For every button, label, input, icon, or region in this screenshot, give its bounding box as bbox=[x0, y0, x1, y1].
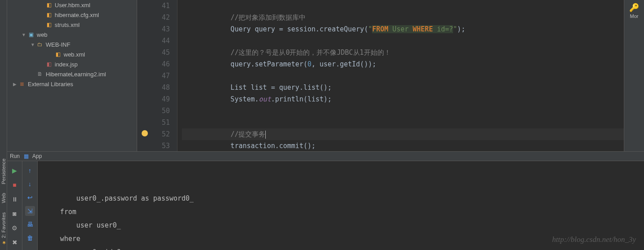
code-line[interactable]: query.setParameter(0, user.getId()); bbox=[182, 58, 624, 70]
console-line: where bbox=[44, 232, 638, 246]
line-number: 43 bbox=[137, 23, 170, 35]
tree-item[interactable]: ◧web.xml bbox=[7, 49, 137, 59]
run-panel: ▶ ■ ⏸ ◙ ⚙ ✖ ↑ ↓ ↩ ⇲ 🖶 🗑 user0_.password … bbox=[7, 161, 644, 250]
code-line[interactable]: //提交事务 bbox=[182, 128, 624, 140]
file-icon: ≣ bbox=[18, 80, 26, 88]
project-tree-panel: ◧User.hbm.xml◧hibernate.cfg.xml◧struts.x… bbox=[7, 0, 137, 151]
watermark-text: http://blog.csdn.net/hon_3y bbox=[552, 233, 636, 246]
tree-item-label: External Libraries bbox=[28, 81, 73, 88]
line-number: 48 bbox=[137, 82, 170, 93]
console-line: user0_.id=? bbox=[44, 246, 638, 250]
code-line[interactable]: //这里的？号是从0开始的，并不像JDBC从1开始的！ bbox=[182, 47, 624, 58]
file-icon: ▣ bbox=[27, 31, 35, 38]
tree-item-label: web.xml bbox=[64, 51, 85, 58]
file-icon: ◧ bbox=[45, 61, 53, 68]
star-icon: ★ bbox=[0, 240, 6, 246]
tree-item-label: HibernateLearning2.iml bbox=[46, 71, 106, 78]
right-strip-label: Mor bbox=[624, 13, 644, 19]
line-number: 42 bbox=[137, 12, 170, 23]
run-button[interactable]: ▶ bbox=[10, 166, 20, 175]
code-line[interactable]: //把对象添加到数据库中 bbox=[182, 12, 624, 23]
code-line[interactable] bbox=[182, 105, 624, 117]
pin-button[interactable]: ✖ bbox=[10, 237, 20, 247]
tree-arrow-icon[interactable] bbox=[30, 42, 36, 47]
run-config-icon: ▦ bbox=[22, 153, 30, 160]
editor-gutter: 41424344454647484950515253 bbox=[137, 0, 177, 151]
tree-arrow-icon[interactable] bbox=[12, 82, 18, 87]
web-tool-button[interactable]: Web bbox=[1, 193, 6, 203]
tree-item[interactable]: 🗀WEB-INF bbox=[7, 39, 137, 49]
project-tree[interactable]: ◧User.hbm.xml◧hibernate.cfg.xml◧struts.x… bbox=[7, 0, 137, 89]
code-line[interactable]: System.out.println(list); bbox=[182, 93, 624, 105]
tree-item-label: struts.xml bbox=[55, 22, 80, 28]
code-line[interactable]: List list = query.list(); bbox=[182, 82, 624, 93]
tree-item-label: index.jsp bbox=[55, 61, 78, 68]
console-line: from bbox=[44, 205, 638, 219]
line-number: 47 bbox=[137, 70, 170, 82]
file-icon: 🗎 bbox=[36, 70, 44, 78]
tree-item[interactable]: ◧struts.xml bbox=[7, 20, 137, 30]
key-icon[interactable]: 🔑 bbox=[624, 3, 644, 13]
code-line[interactable] bbox=[182, 117, 624, 128]
tree-item-label: WEB-INF bbox=[46, 41, 70, 48]
tree-item[interactable]: ▣web bbox=[7, 30, 137, 39]
run-nav-column: ↑ ↓ ↩ ⇲ 🖶 🗑 bbox=[22, 161, 38, 250]
code-line[interactable]: Query query = session.createQuery("FROM … bbox=[182, 23, 624, 35]
tree-item[interactable]: ◧hibernate.cfg.xml bbox=[7, 10, 137, 20]
code-line[interactable] bbox=[182, 35, 624, 47]
line-number: 44 bbox=[137, 35, 170, 47]
tree-item[interactable]: ◧index.jsp bbox=[7, 59, 137, 69]
line-number: 53 bbox=[137, 140, 170, 152]
line-number: 51 bbox=[137, 117, 170, 128]
file-icon: ◧ bbox=[45, 11, 53, 18]
file-icon: ◧ bbox=[45, 21, 53, 28]
tree-arrow-icon[interactable] bbox=[21, 32, 27, 37]
console-line: user0_.password as password0_ bbox=[44, 192, 638, 205]
right-tool-strip: 🔑 Mor bbox=[624, 0, 644, 151]
scroll-to-end-button[interactable]: ⇲ bbox=[25, 206, 35, 216]
console-line: user user0_ bbox=[44, 219, 638, 232]
code-line[interactable] bbox=[182, 70, 624, 82]
run-tabbar: Run ▦ App bbox=[7, 151, 644, 161]
line-number: 45 bbox=[137, 47, 170, 58]
file-icon: ◧ bbox=[54, 51, 62, 58]
run-controls-column: ▶ ■ ⏸ ◙ ⚙ ✖ bbox=[7, 161, 22, 250]
code-editor: 41424344454647484950515253 //把对象添加到数据库中 … bbox=[137, 0, 624, 151]
softwrap-button[interactable]: ↩ bbox=[25, 193, 35, 202]
tree-item-label: hibernate.cfg.xml bbox=[55, 12, 99, 18]
scroll-up-button[interactable]: ↑ bbox=[25, 166, 35, 175]
camera-button[interactable]: ◙ bbox=[10, 209, 20, 219]
intention-bulb-icon[interactable] bbox=[142, 130, 148, 136]
line-number: 41 bbox=[137, 0, 170, 12]
tree-item-label: web bbox=[37, 31, 48, 38]
stop-button[interactable]: ■ bbox=[10, 180, 20, 190]
tree-item-label: User.hbm.xml bbox=[55, 2, 90, 9]
editor-code-area[interactable]: //把对象添加到数据库中 Query query = session.creat… bbox=[177, 0, 624, 151]
line-number: 50 bbox=[137, 105, 170, 117]
settings-button[interactable]: ⚙ bbox=[10, 223, 20, 233]
clear-button[interactable]: 🗑 bbox=[25, 233, 35, 243]
favorites-tool-button[interactable]: ★ 2: Favorites bbox=[0, 212, 6, 246]
code-line[interactable] bbox=[182, 0, 624, 12]
pause-button[interactable]: ⏸ bbox=[10, 194, 20, 204]
line-number: 46 bbox=[137, 58, 170, 70]
tree-item[interactable]: ≣External Libraries bbox=[7, 79, 137, 89]
persistence-tool-button[interactable]: Persistence bbox=[1, 158, 6, 184]
line-number: 52 bbox=[137, 128, 170, 140]
run-tab-label: Run bbox=[10, 153, 20, 159]
tree-item[interactable]: 🗎HibernateLearning2.iml bbox=[7, 69, 137, 79]
file-icon: 🗀 bbox=[36, 41, 44, 48]
tree-item[interactable]: ◧User.hbm.xml bbox=[7, 0, 137, 10]
line-number: 49 bbox=[137, 93, 170, 105]
file-icon: ◧ bbox=[45, 1, 53, 9]
left-tool-strip: Persistence Web ★ 2: Favorites bbox=[0, 0, 7, 250]
run-config-name[interactable]: App bbox=[32, 153, 42, 159]
code-line[interactable]: transaction.commit(); bbox=[182, 140, 624, 152]
scroll-down-button[interactable]: ↓ bbox=[25, 179, 35, 189]
print-button[interactable]: 🖶 bbox=[25, 219, 35, 229]
console-output[interactable]: user0_.password as password0_ from user … bbox=[38, 161, 644, 250]
